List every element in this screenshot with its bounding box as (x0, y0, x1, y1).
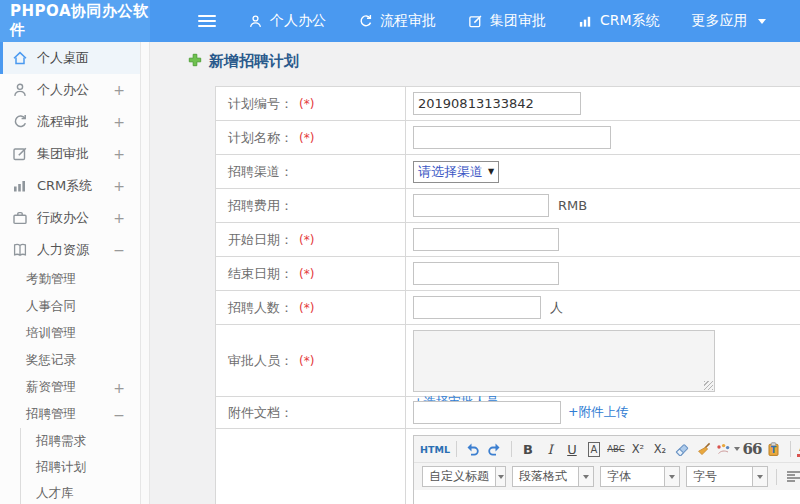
sidebar-item-workflow-approval[interactable]: 流程审批 + (0, 106, 140, 138)
field-label: 附件文档： (228, 404, 293, 422)
required-mark: (*) (299, 131, 314, 145)
app-logo[interactable]: PHPOA协同办公软件 (0, 0, 150, 42)
home-icon (12, 50, 28, 66)
source-code-button[interactable]: HTML (420, 438, 450, 460)
edit-icon (468, 14, 483, 29)
field-label: 招聘渠道： (228, 163, 293, 181)
sidebar-item-hr[interactable]: 人力资源 − (0, 234, 140, 266)
sidebar-item-hr-contract[interactable]: 人事合同 (0, 293, 140, 320)
rich-text-editor: HTML B I U (413, 435, 800, 504)
expand-plus-icon[interactable]: + (113, 114, 125, 130)
expand-plus-icon[interactable]: + (113, 210, 125, 226)
edit-icon (12, 146, 28, 162)
sidebar-item-admin-office[interactable]: 行政办公 + (0, 202, 140, 234)
expand-plus-icon[interactable]: + (113, 178, 125, 194)
cost-input[interactable] (413, 194, 549, 217)
nav-crm[interactable]: CRM系统 (578, 12, 660, 30)
sidebar-item-group-approval[interactable]: 集团审批 + (0, 138, 140, 170)
sidebar-item-crm[interactable]: CRM系统 + (0, 170, 140, 202)
plan-no-input[interactable] (413, 92, 581, 115)
collapse-minus-icon[interactable]: − (113, 242, 125, 258)
person-icon (248, 14, 263, 29)
bar-chart-icon (12, 178, 28, 194)
attachment-upload-link[interactable]: +附件上传 (568, 404, 628, 421)
start-date-input[interactable] (413, 228, 559, 251)
nav-personal-office[interactable]: 个人办公 (248, 12, 326, 30)
app-header: PHPOA协同办公软件 个人办公 流程审批 集团审批 (0, 0, 800, 42)
sidebar-scrollbar[interactable] (140, 42, 150, 504)
app-window: PHPOA协同办公软件 个人办公 流程审批 集团审批 (0, 0, 800, 504)
sidebar-item-talent-pool[interactable]: 人才库 (21, 480, 140, 504)
form-row-start-date: 开始日期： (*) (216, 223, 800, 257)
color-format-icon[interactable] (716, 438, 740, 460)
collapse-minus-icon[interactable]: − (113, 407, 125, 423)
resize-grip-icon[interactable] (704, 381, 713, 390)
toolbar-separator (456, 441, 457, 457)
subscript-button[interactable]: X₂ (650, 438, 670, 460)
form-row-plan-name: 计划名称： (*) (216, 121, 800, 155)
paragraph-format-combo[interactable]: 段落格式 (512, 466, 594, 487)
page-title-text: 新增招聘计划 (209, 52, 299, 71)
end-date-input[interactable] (413, 262, 559, 285)
currency-unit: RMB (558, 198, 587, 213)
eraser-icon[interactable] (672, 438, 692, 460)
paste-text-icon[interactable]: T (764, 438, 784, 460)
align-left-icon[interactable] (783, 466, 800, 488)
caret-down-icon (758, 19, 766, 24)
sidebar-label: 人力资源 (37, 241, 89, 259)
editor-toolbar-row1: HTML B I U (414, 436, 800, 463)
font-family-combo[interactable]: 字体 (600, 466, 680, 487)
nav-workflow-approval[interactable]: 流程审批 (358, 12, 436, 30)
sidebar-item-training[interactable]: 培训管理 (0, 320, 140, 347)
add-plus-icon (188, 53, 202, 71)
approvers-textarea[interactable] (413, 330, 715, 392)
sidebar-item-salary[interactable]: 薪资管理 + (0, 374, 140, 401)
person-icon (12, 82, 28, 98)
font-size-combo[interactable]: 字号 (686, 466, 768, 487)
hamburger-menu-icon[interactable] (198, 15, 216, 27)
sidebar-item-recruit-demand[interactable]: 招聘需求 (21, 428, 140, 454)
editor-content-area[interactable] (414, 490, 800, 504)
sidebar-item-recruit-mgmt[interactable]: 招聘管理 − (0, 401, 140, 428)
required-mark: (*) (299, 301, 314, 315)
font-style-button[interactable]: A (588, 442, 601, 457)
field-label: 开始日期： (228, 231, 293, 249)
caret-down-icon (669, 475, 675, 479)
page-title: 新增招聘计划 (188, 52, 299, 71)
sidebar-item-attendance[interactable]: 考勤管理 (0, 266, 140, 293)
expand-plus-icon[interactable]: + (113, 146, 125, 162)
form-row-content-editor: HTML B I U (216, 429, 800, 504)
field-label: 招聘费用： (228, 197, 293, 215)
superscript-button[interactable]: X² (628, 438, 648, 460)
nav-group-approval[interactable]: 集团审批 (468, 12, 546, 30)
underline-button[interactable]: U (562, 438, 582, 460)
required-mark: (*) (299, 354, 314, 368)
attachment-input[interactable] (413, 401, 561, 424)
field-label: 审批人员： (228, 352, 293, 370)
expand-plus-icon[interactable]: + (113, 380, 125, 396)
expand-plus-icon[interactable]: + (113, 82, 125, 98)
strikethrough-button[interactable]: ABC (606, 438, 626, 460)
plan-name-input[interactable] (413, 126, 611, 149)
sidebar-item-recruit-plan[interactable]: 招聘计划 (21, 454, 140, 480)
undo-icon[interactable] (463, 438, 483, 460)
redo-icon[interactable] (485, 438, 505, 460)
nav-more-apps[interactable]: 更多应用 (692, 12, 766, 30)
sidebar-label: 个人办公 (37, 81, 89, 99)
italic-button[interactable]: I (540, 438, 560, 460)
caret-down-icon (757, 475, 763, 479)
form-row-end-date: 结束日期： (*) (216, 257, 800, 291)
format-brush-icon[interactable] (694, 438, 714, 460)
channel-select[interactable]: 请选择渠道 ▼ (413, 161, 499, 183)
sidebar-item-personal-office[interactable]: 个人办公 + (0, 74, 140, 106)
sidebar-item-personal-desktop[interactable]: 个人桌面 (0, 42, 140, 74)
sidebar-item-rewards[interactable]: 奖惩记录 (0, 347, 140, 374)
blockquote-button[interactable]: 66 (742, 438, 762, 460)
custom-heading-combo[interactable]: 自定义标题 (422, 466, 506, 487)
form-row-cost: 招聘费用： RMB (216, 189, 800, 223)
headcount-input[interactable] (413, 296, 541, 319)
sidebar-label: 培训管理 (26, 325, 76, 342)
sidebar-label: 招聘需求 (36, 433, 86, 450)
sidebar-label: 流程审批 (37, 113, 89, 131)
bold-button[interactable]: B (518, 438, 538, 460)
